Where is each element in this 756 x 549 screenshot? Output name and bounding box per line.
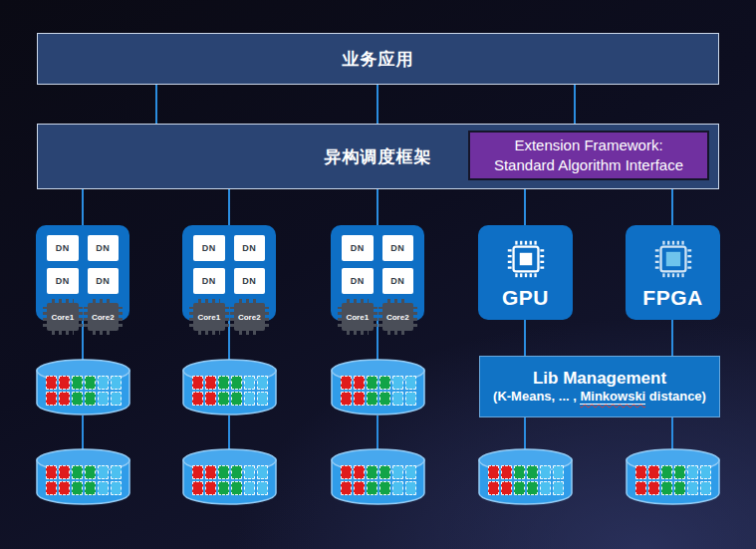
- data-block: [553, 465, 564, 479]
- dn-label: DN: [202, 276, 216, 286]
- data-block: [72, 465, 83, 479]
- business-app-bar: 业务应用: [37, 33, 719, 85]
- fpga-chip-icon: [650, 236, 696, 282]
- data-block: [392, 376, 403, 390]
- data-block: [661, 481, 672, 495]
- data-block: [540, 465, 551, 479]
- core-chip-icon: Core2: [382, 303, 414, 331]
- data-block: [244, 481, 255, 495]
- business-app-label: 业务应用: [343, 48, 414, 71]
- dn-box: DN: [47, 235, 79, 261]
- data-block: [111, 392, 122, 406]
- data-block: [405, 376, 416, 390]
- dn-box: DN: [47, 268, 79, 294]
- data-block: [392, 392, 403, 406]
- lib-sub-underlined-word: Minkowski: [580, 389, 645, 405]
- data-block: [98, 376, 109, 390]
- connector-line: [377, 189, 378, 225]
- storage-cylinder: [331, 448, 425, 505]
- core-chip-icon: Core2: [234, 303, 266, 331]
- dn-box: DN: [234, 268, 266, 294]
- dn-label: DN: [56, 276, 70, 286]
- data-block: [244, 376, 255, 390]
- data-block: [392, 465, 403, 479]
- dn-box: DN: [88, 268, 120, 294]
- dn-box: DN: [193, 268, 225, 294]
- gpu-box: GPU: [478, 225, 573, 320]
- data-block: [231, 481, 242, 495]
- data-block: [257, 376, 268, 390]
- dn-label: DN: [351, 243, 365, 253]
- data-block: [488, 481, 499, 495]
- data-blocks: [193, 376, 267, 406]
- data-block: [367, 392, 378, 406]
- data-block: [514, 465, 525, 479]
- data-block: [98, 481, 109, 495]
- data-block: [527, 481, 538, 495]
- lib-management-subtitle: (K-Means, ... , Minkowski distance): [493, 389, 706, 405]
- lib-management-title: Lib Management: [533, 369, 666, 389]
- lib-sub-suffix: distance): [645, 389, 706, 404]
- extension-framework-line2: Standard Algorithm Interface: [494, 155, 683, 175]
- data-block: [405, 481, 416, 495]
- compute-node-2: DN DN DN DN Core1 Core2: [182, 225, 276, 321]
- dn-label: DN: [390, 276, 404, 286]
- dn-label: DN: [242, 243, 256, 253]
- data-block: [244, 392, 255, 406]
- data-blocks: [47, 376, 121, 406]
- data-block: [231, 376, 242, 390]
- data-blocks: [636, 465, 710, 495]
- dn-label: DN: [96, 243, 110, 253]
- dn-box: DN: [382, 268, 414, 294]
- data-block: [111, 376, 122, 390]
- data-block: [218, 376, 229, 390]
- data-block: [111, 465, 122, 479]
- dn-label: DN: [202, 243, 216, 253]
- data-block: [218, 481, 229, 495]
- data-block: [527, 465, 538, 479]
- data-block: [218, 392, 229, 406]
- connector-line: [574, 85, 576, 124]
- data-block: [244, 465, 255, 479]
- data-block: [367, 376, 378, 390]
- connector-line: [82, 189, 84, 225]
- data-block: [192, 376, 203, 390]
- dn-box: DN: [234, 235, 266, 261]
- core-chip-icon: Core1: [342, 303, 374, 331]
- data-blocks: [193, 465, 267, 495]
- data-block: [257, 465, 268, 479]
- data-block: [341, 376, 352, 390]
- data-block: [354, 376, 365, 390]
- data-block: [72, 392, 83, 406]
- data-block: [354, 465, 365, 479]
- data-block: [405, 392, 416, 406]
- connector-line: [671, 320, 673, 360]
- architecture-diagram: 业务应用 异构调度框架 Extension Framework: Standar…: [0, 0, 756, 549]
- scheduler-framework-label: 异构调度框架: [325, 145, 432, 168]
- connector-line: [82, 415, 84, 451]
- data-blocks: [342, 376, 415, 406]
- compute-node-1: DN DN DN DN Core1 Core2: [36, 225, 129, 321]
- data-block: [72, 481, 83, 495]
- data-block: [687, 481, 698, 495]
- data-block: [85, 481, 96, 495]
- connector-line: [228, 189, 230, 225]
- fpga-box: FPGA: [626, 225, 720, 320]
- data-block: [700, 481, 711, 495]
- data-blocks: [489, 465, 563, 495]
- data-block: [205, 392, 216, 406]
- data-block: [46, 481, 57, 495]
- data-blocks: [47, 465, 121, 495]
- data-block: [501, 465, 512, 479]
- storage-cylinder: [182, 359, 277, 415]
- data-block: [379, 392, 390, 406]
- data-block: [231, 465, 242, 479]
- gpu-label: GPU: [502, 286, 549, 310]
- storage-cylinder: [331, 359, 425, 415]
- storage-cylinder: [626, 448, 720, 505]
- data-block: [635, 465, 646, 479]
- data-block: [354, 392, 365, 406]
- data-block: [192, 481, 203, 495]
- data-block: [72, 376, 83, 390]
- fpga-label: FPGA: [642, 286, 702, 310]
